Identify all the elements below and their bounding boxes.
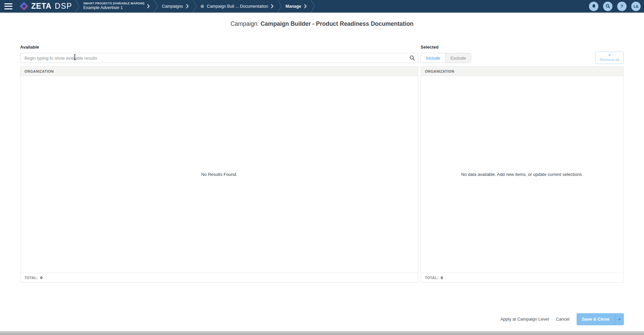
bottom-scrollbar-strip[interactable]	[0, 331, 644, 335]
brand-dsp-text: DSP	[55, 2, 72, 11]
search-icon	[605, 4, 610, 9]
breadcrumb-label: Campaigns	[162, 4, 183, 9]
brand-zeta-text: ZETA	[31, 2, 51, 11]
page-title-campaign-name: Campaign Builder - Product Readiness Doc…	[261, 20, 414, 27]
status-dot-icon	[201, 5, 204, 8]
breadcrumb-item-campaign[interactable]: Campaign Buil ... Documentation	[197, 4, 277, 9]
exclude-button[interactable]: Exclude	[445, 53, 471, 63]
help-button[interactable]: ?	[617, 2, 627, 11]
avatar-initials: L&	[634, 4, 639, 8]
bell-icon	[591, 4, 596, 9]
zeta-dsp-logo[interactable]: ZETA DSP	[19, 2, 72, 11]
notifications-button[interactable]	[589, 2, 598, 11]
breadcrumb: SMART PROJECTS (VARIABLE MARGIN) Example…	[75, 0, 315, 12]
topbar: ZETA DSP SMART PROJECTS (VARIABLE MARGIN…	[0, 0, 644, 12]
save-options-dropdown-button[interactable]	[615, 313, 624, 325]
selected-column-header: ORGANIZATION	[421, 67, 623, 76]
available-column-header: ORGANIZATION	[20, 67, 418, 76]
breadcrumb-separator-icon	[75, 0, 80, 12]
selected-label: Selected	[421, 45, 624, 50]
user-avatar[interactable]: L&	[631, 2, 641, 11]
page-title: Campaign: Campaign Builder - Product Rea…	[0, 20, 644, 27]
available-label: Available	[20, 45, 418, 50]
screen: ZETA DSP SMART PROJECTS (VARIABLE MARGIN…	[0, 0, 644, 335]
page-title-prefix: Campaign:	[230, 20, 259, 27]
breadcrumb-label: Manage	[285, 4, 301, 9]
chevron-right-icon	[147, 4, 150, 8]
breadcrumb-item-campaigns[interactable]: Campaigns	[158, 4, 192, 9]
save-and-close-split-button: Save & Close	[577, 313, 624, 325]
topbar-actions: ? L&	[589, 2, 644, 11]
selected-list: ORGANIZATION No data available. Add new …	[421, 66, 624, 283]
selected-panel: Selected Include Exclude × Remove all OR…	[421, 45, 624, 283]
total-label: TOTAL:	[425, 276, 438, 280]
breadcrumb-separator-icon	[310, 0, 315, 12]
include-button[interactable]: Include	[421, 53, 445, 63]
zeta-diamond-icon	[19, 2, 29, 11]
breadcrumb-label: Campaign Buil ... Documentation	[207, 4, 268, 9]
hamburger-menu-icon[interactable]	[4, 3, 12, 9]
save-and-close-button[interactable]: Save & Close	[577, 313, 615, 325]
global-search-button[interactable]	[603, 2, 612, 11]
breadcrumb-label: Example Advertiser 1	[83, 5, 123, 11]
remove-all-button[interactable]: × Remove all	[595, 52, 624, 64]
breadcrumb-eyebrow: SMART PROJECTS (VARIABLE MARGIN)	[83, 2, 144, 5]
include-exclude-toggle: Include Exclude	[421, 53, 471, 63]
chevron-right-icon	[271, 4, 274, 8]
apply-at-campaign-level-button[interactable]: Apply at Campaign Level	[500, 317, 549, 322]
selected-empty-message: No data available. Add new items, or upd…	[421, 76, 623, 273]
total-value: 0	[441, 276, 443, 280]
chevron-right-icon	[304, 4, 307, 8]
breadcrumb-item-manage[interactable]: Manage	[282, 4, 310, 9]
remove-all-label: Remove all	[600, 58, 619, 62]
search-icon[interactable]	[410, 55, 415, 61]
available-searchbox	[20, 53, 418, 63]
breadcrumb-item-advertiser[interactable]: SMART PROJECTS (VARIABLE MARGIN) Example…	[80, 2, 153, 11]
total-label: TOTAL:	[24, 276, 38, 280]
cancel-button[interactable]: Cancel	[556, 317, 569, 322]
available-list: ORGANIZATION No Results Found. TOTAL: 0	[20, 66, 418, 283]
total-value: 0	[40, 276, 42, 280]
selected-total-row: TOTAL: 0	[421, 273, 623, 282]
question-mark-icon: ?	[621, 4, 623, 9]
breadcrumb-separator-icon	[153, 0, 158, 12]
breadcrumb-separator-icon	[192, 0, 197, 12]
chevron-right-icon	[186, 4, 189, 8]
available-panel: Available ORGANIZATION No Results Found.…	[20, 45, 418, 283]
available-total-row: TOTAL: 0	[20, 273, 418, 282]
breadcrumb-separator-icon	[277, 0, 282, 12]
x-icon: ×	[608, 53, 610, 57]
footer-actions: Apply at Campaign Level Cancel Save & Cl…	[500, 313, 624, 325]
available-empty-message: No Results Found.	[20, 76, 418, 273]
available-search-input[interactable]	[20, 53, 418, 63]
caret-up-icon	[618, 318, 621, 320]
